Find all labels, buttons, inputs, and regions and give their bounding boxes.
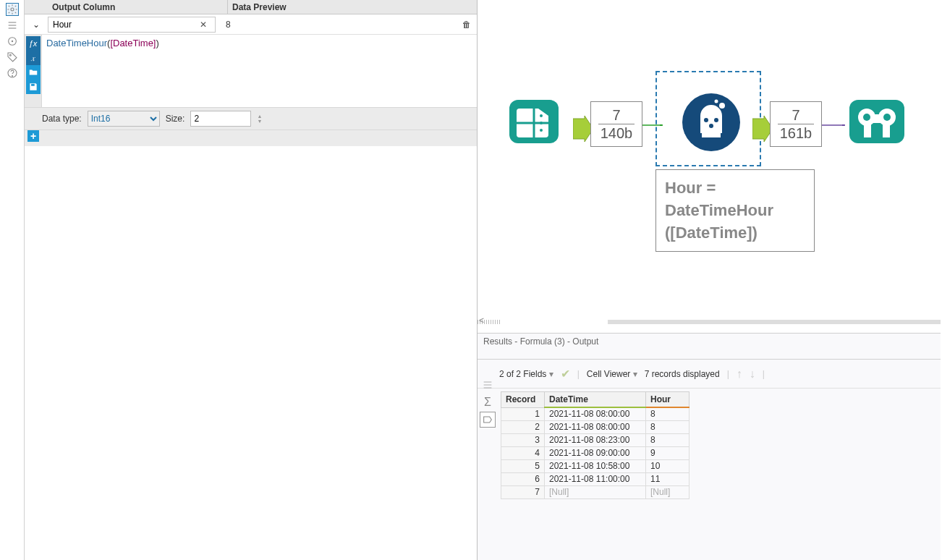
table-row[interactable]: 7[Null][Null] [501, 485, 689, 499]
add-row: + [25, 130, 477, 146]
formula-toolbar: ƒx 𝑥 [25, 35, 42, 107]
cell-record: 3 [501, 433, 545, 446]
datatype-row: Data type: Int16 Size: ▲▼ [25, 107, 477, 130]
x-var-button[interactable]: 𝑥 [26, 51, 41, 65]
svg-point-11 [540, 114, 543, 117]
cell-hour: 10 [646, 459, 689, 472]
datatype-select[interactable]: Int16 [88, 111, 160, 127]
expand-chevron-icon[interactable]: ⌄ [25, 20, 48, 30]
workflow-canvas[interactable]: 7 140b 7 161b Hour = Date [478, 0, 941, 321]
results-title: Results - Formula (3) - Output [478, 334, 941, 355]
table-row[interactable]: 12021-11-08 08:00:008 [501, 407, 689, 420]
data-view-icon[interactable] [480, 412, 496, 428]
connection-info-1[interactable]: 7 140b [590, 101, 642, 147]
formula-field: [DateTime] [110, 38, 156, 48]
formula-editor: ƒx 𝑥 DateTimeHour([DateTime]) [25, 35, 477, 107]
formula-text[interactable]: DateTimeHour([DateTime]) [42, 35, 477, 107]
connection-info-2[interactable]: 7 161b [770, 101, 822, 147]
browse-tool[interactable] [846, 93, 907, 153]
table-row[interactable]: 32021-11-08 08:23:008 [501, 433, 689, 446]
cell-viewer-dropdown[interactable]: Cell Viewer ▾ [587, 369, 637, 379]
cell-record: 5 [501, 459, 545, 472]
svg-point-23 [715, 100, 718, 103]
svg-point-5 [12, 41, 12, 41]
tool-annotation[interactable]: Hour = DateTimeHour ([DateTime]) [655, 169, 815, 252]
messages-icon[interactable] [480, 377, 496, 393]
left-toolstrip [0, 0, 25, 560]
cell-record: 2 [501, 420, 545, 433]
svg-point-6 [9, 54, 11, 56]
list-icon[interactable] [6, 19, 19, 32]
results-table[interactable]: Record DateTime Hour 12021-11-08 08:00:0… [501, 391, 689, 499]
size-label: Size: [166, 114, 185, 124]
results-side-icons: Σ [478, 377, 498, 428]
cell-hour: [Null] [646, 485, 689, 499]
results-panel: Results - Formula (3) - Output 2 of 2 Fi… [478, 333, 941, 560]
datatype-label: Data type: [42, 114, 82, 124]
add-expression-button[interactable]: + [27, 130, 39, 142]
move-up-icon[interactable]: ↑ [737, 368, 742, 381]
svg-point-13 [540, 129, 543, 132]
cell-record: 6 [501, 472, 545, 485]
cell-record: 7 [501, 485, 545, 499]
cell-hour: 8 [646, 420, 689, 433]
folder-open-icon[interactable] [26, 65, 41, 80]
sigma-icon[interactable]: Σ [480, 394, 496, 410]
cell-datetime: [Null] [545, 485, 646, 499]
cell-record: 1 [501, 407, 545, 420]
size-input[interactable] [190, 111, 251, 127]
svg-rect-9 [31, 84, 35, 86]
horizontal-splitter[interactable]: < [478, 317, 941, 324]
cell-hour: 8 [646, 433, 689, 446]
target-icon[interactable] [6, 35, 19, 48]
cell-record: 4 [501, 446, 545, 459]
svg-point-33 [863, 114, 870, 121]
col-datetime[interactable]: DateTime [545, 392, 646, 408]
output-column-name-input[interactable] [48, 17, 216, 33]
header-data-preview: Data Preview [227, 0, 477, 14]
svg-point-21 [709, 124, 713, 128]
table-row[interactable]: 52021-11-08 10:58:0010 [501, 459, 689, 472]
clear-name-icon[interactable]: ✕ [200, 20, 211, 30]
formula-tool[interactable] [680, 91, 742, 156]
help-icon[interactable] [6, 67, 19, 80]
config-header: Output Column Data Preview [25, 0, 477, 14]
cell-hour: 9 [646, 446, 689, 459]
data-preview-value: 8 [226, 20, 462, 30]
svg-point-20 [714, 118, 718, 122]
input-data-tool[interactable] [505, 93, 563, 153]
output-row: ⌄ ✕ 8 🗑 [25, 14, 477, 35]
move-down-icon[interactable]: ↓ [750, 368, 755, 381]
cell-datetime: 2021-11-08 08:00:00 [545, 420, 646, 433]
results-toolbar: 2 of 2 Fields ▾ ✔ | Cell Viewer ▾ 7 reco… [478, 360, 941, 389]
fields-dropdown[interactable]: 2 of 2 Fields ▾ [499, 369, 553, 379]
save-icon[interactable] [26, 80, 41, 94]
cell-datetime: 2021-11-08 09:00:00 [545, 446, 646, 459]
table-row[interactable]: 22021-11-08 08:00:008 [501, 420, 689, 433]
apply-check-icon[interactable]: ✔ [561, 367, 570, 381]
table-row[interactable]: 62021-11-08 11:00:0011 [501, 472, 689, 485]
svg-point-19 [704, 118, 708, 122]
col-hour[interactable]: Hour [646, 392, 689, 408]
svg-point-12 [540, 122, 543, 124]
cell-datetime: 2021-11-08 08:00:00 [545, 407, 646, 420]
table-row[interactable]: 42021-11-08 09:00:009 [501, 446, 689, 459]
formula-config-panel: Output Column Data Preview ⌄ ✕ 8 🗑 ƒx 𝑥 … [25, 0, 478, 560]
connector-line [822, 124, 845, 126]
svg-rect-18 [702, 132, 721, 137]
size-spinner[interactable]: ▲▼ [257, 114, 262, 124]
svg-rect-31 [864, 124, 871, 137]
tag-icon[interactable] [6, 51, 19, 64]
cell-datetime: 2021-11-08 10:58:00 [545, 459, 646, 472]
fx-button[interactable]: ƒx [26, 36, 41, 51]
cell-hour: 11 [646, 472, 689, 485]
svg-point-22 [719, 103, 725, 109]
svg-rect-32 [883, 124, 890, 137]
cell-datetime: 2021-11-08 08:23:00 [545, 433, 646, 446]
records-displayed: 7 records displayed [645, 369, 720, 379]
col-record[interactable]: Record [501, 392, 545, 408]
svg-point-0 [11, 8, 14, 11]
formula-fn: DateTimeHour [46, 38, 107, 48]
delete-row-icon[interactable]: 🗑 [462, 20, 471, 30]
gear-icon[interactable] [6, 3, 19, 16]
